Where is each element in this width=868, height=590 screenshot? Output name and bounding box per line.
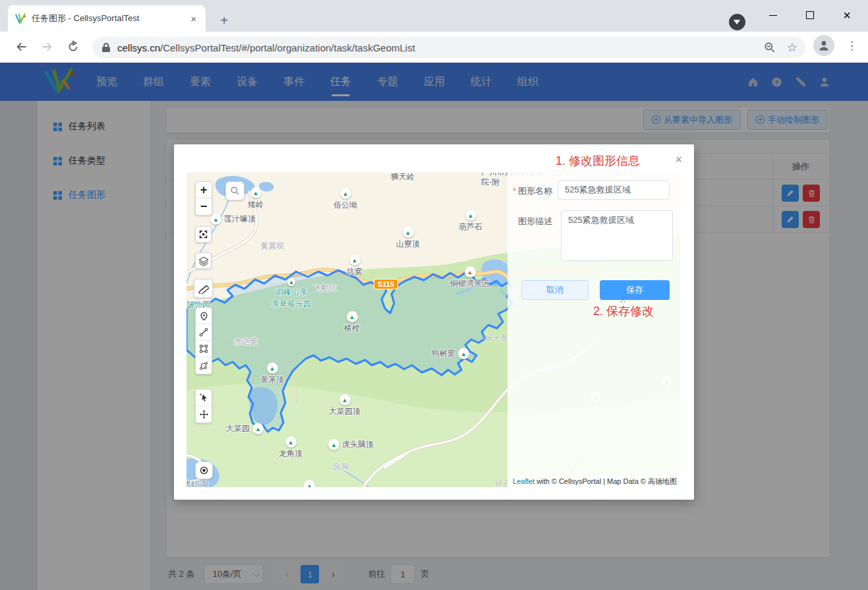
reload-icon[interactable] <box>66 40 80 54</box>
browser-notification-icon[interactable] <box>729 14 745 30</box>
draw-rectangle-button[interactable] <box>196 341 212 357</box>
back-icon[interactable] <box>14 40 29 54</box>
map-poi: ▲ 山寮顶 <box>396 227 420 250</box>
bookmark-star-icon[interactable]: ☆ <box>787 40 797 55</box>
map-poi: ▲ 虎头脑顶 <box>328 439 374 450</box>
search-icon <box>230 186 240 196</box>
map-label: 飞鹅坑 <box>313 283 337 294</box>
drag-geometry-button[interactable] <box>196 406 212 423</box>
tab-close-icon[interactable]: × <box>188 13 199 24</box>
park-icon: ▲ <box>287 278 295 286</box>
map-label: 诸暗湖 <box>187 479 208 487</box>
browser-profile-avatar[interactable] <box>813 35 834 56</box>
dialog-close-icon[interactable]: × <box>675 153 682 167</box>
map-poi: ▲ 佰公坳 <box>333 188 357 211</box>
tab-title: 任务图形 - CellsysPortalTest <box>32 13 188 24</box>
map-poi: 狗树窝 ▲ <box>432 348 469 359</box>
mountain-icon: ▲ <box>250 187 262 198</box>
draw-polyline-button[interactable] <box>196 324 212 341</box>
draw-polygon-button[interactable] <box>196 357 212 374</box>
mountain-icon: ▲ <box>458 348 469 359</box>
zoom-in-button[interactable]: + <box>196 182 212 198</box>
rectangle-icon <box>199 344 208 353</box>
map-poi: ▲ 黄茅顶 <box>260 363 284 386</box>
browser-menu-icon[interactable]: ⋮ <box>846 39 857 53</box>
forward-icon[interactable] <box>40 40 54 54</box>
map-label: 杨火寨 <box>484 332 508 343</box>
map-label: 赤达窝 <box>234 336 258 347</box>
new-tab-button[interactable]: + <box>216 13 232 29</box>
measure-button[interactable] <box>194 279 213 298</box>
required-mark: * <box>513 186 516 196</box>
edit-toolbar <box>195 389 212 423</box>
map-label: 黄菖坝 <box>260 241 284 252</box>
ruler-icon <box>198 283 209 294</box>
browser-tab[interactable]: 任务图形 - CellsysPortalTest × <box>8 5 206 32</box>
cursor-icon <box>199 393 208 402</box>
url-domain: cellsys.cn <box>117 42 160 53</box>
mountain-icon: ▲ <box>349 254 361 266</box>
name-label: 图形名称 <box>518 186 552 196</box>
annotation-edit-info: 1. 修改图形信息 <box>556 153 640 169</box>
browser-titlebar: 任务图形 - CellsysPortalTest × + × <box>0 0 868 32</box>
mountain-icon: ▲ <box>328 439 339 450</box>
map-search-button[interactable] <box>225 181 245 200</box>
leaflet-link[interactable]: Leaflet <box>513 477 535 485</box>
map-poi: ▲ 莲汁嘛顶 <box>210 214 256 225</box>
fullscreen-icon <box>199 230 208 239</box>
map-poi: ▲ 坑窝 <box>347 254 362 278</box>
edit-geometry-button[interactable] <box>196 390 212 406</box>
layers-button[interactable] <box>195 252 212 269</box>
scenic-icon: ▲ <box>465 266 476 278</box>
mountain-icon: ▲ <box>465 210 477 221</box>
window-close-button[interactable]: × <box>832 0 862 30</box>
map-attribution: Leaflet with © CellsysPortal | Map Data … <box>509 476 680 487</box>
geometry-desc-textarea[interactable]: 525紧急救援区域 <box>561 210 673 261</box>
marker-icon <box>200 311 208 321</box>
geometry-name-input[interactable] <box>558 180 670 200</box>
zoom-icon[interactable] <box>763 41 776 54</box>
map-poi: ▲ 葫芦石 <box>459 210 482 233</box>
person-icon <box>817 39 830 52</box>
zoom-out-button[interactable]: − <box>196 198 212 215</box>
browser-urlbar: cellsys.cn/CellsysPortalTest/#/portal/or… <box>0 32 868 63</box>
cancel-button[interactable]: 取消 <box>521 280 589 300</box>
url-input[interactable]: cellsys.cn/CellsysPortalTest/#/portal/or… <box>92 37 805 58</box>
lock-icon <box>101 42 111 53</box>
map-poi-scenic: ▲ 铜锣湾景区 <box>450 266 490 289</box>
map-poi: ▲ 龙角顶 <box>279 436 303 459</box>
mountain-icon: ▲ <box>339 394 351 405</box>
polyline-icon <box>199 328 208 337</box>
map-poi: ▲ 横樘 <box>344 311 360 334</box>
map-poi-scenic: ▲ 唱峰山亲 亲草莓乐园 <box>272 278 311 310</box>
window-minimize-button[interactable] <box>758 0 788 30</box>
draw-toolbar <box>195 307 212 374</box>
locate-button[interactable] <box>195 461 213 479</box>
polygon-icon <box>199 361 208 370</box>
window-maximize-button[interactable] <box>795 0 825 30</box>
edit-geometry-dialog: × 1. 修改图形信息 <box>174 144 694 500</box>
mountain-icon: ▲ <box>347 311 358 322</box>
mountain-icon: ▲ <box>285 436 297 448</box>
mountain-icon: ▲ <box>340 188 351 199</box>
mountain-icon: ▲ <box>403 227 414 238</box>
map-label: 狮天岭 <box>391 173 415 183</box>
url-path: /CellsysPortalTest/#/portal/organization… <box>160 42 415 53</box>
mountain-icon: ▲ <box>267 363 278 374</box>
map-poi: 大菜园 ▲ <box>226 423 264 434</box>
zoom-control: + − <box>195 181 212 216</box>
mountain-icon: ▲ <box>210 214 221 225</box>
map-label: 良洞 <box>333 461 349 473</box>
annotation-save: 2. 保存修改 <box>593 303 654 319</box>
fullscreen-button[interactable] <box>195 226 212 243</box>
save-button[interactable]: 保存 <box>600 280 670 300</box>
mountain-icon: ▲ <box>304 480 315 487</box>
map-canvas[interactable]: 狮天岭 广州市残疾人安养院-附 ▲ 马鞍山 ▲ 矮岭 ▲ 佰公坳 ▲ 莲汁嘛顶 … <box>187 173 680 487</box>
geometry-form-panel: *图形名称 图形描述 525紧急救援区域 取消 保存 2. 保存修改 <box>507 173 680 487</box>
favicon <box>14 13 26 24</box>
desc-label: 图形描述 <box>518 216 552 227</box>
mountain-icon: ▲ <box>252 423 264 434</box>
draw-marker-button[interactable] <box>196 308 212 324</box>
app: 预览 群组 要素 设备 事件 任务 专题 应用 统计 组织 ? <box>0 63 868 590</box>
road-shield: S115 <box>374 280 397 289</box>
